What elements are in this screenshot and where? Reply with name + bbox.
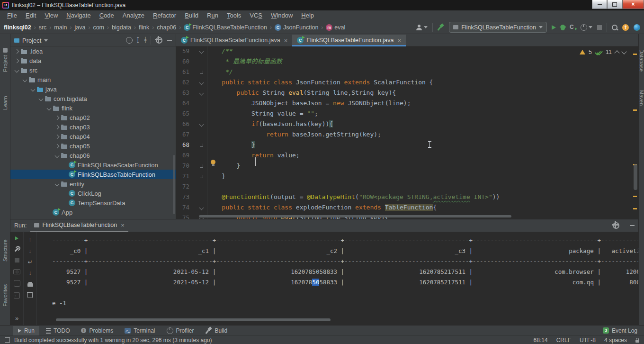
breadcrumb-item-FlinkSQLBaseTableFunction[interactable]: FlinkSQLBaseTableFunction (184, 24, 267, 31)
tree-chevron-icon[interactable] (55, 134, 60, 139)
user-menu[interactable] (416, 25, 428, 30)
tree-chevron-icon[interactable] (55, 181, 60, 186)
close-icon[interactable]: × (397, 37, 401, 44)
tool-window-button-favorites[interactable]: Favorites (0, 269, 10, 307)
tree-item-FlinkSQLBaseScalarFunction[interactable]: FlinkSQLBaseScalarFunction (10, 160, 176, 170)
chevron-down-icon[interactable] (44, 39, 48, 42)
editor-tab-FlinkSQLBaseTableFunction.java[interactable]: FlinkSQLBaseTableFunction.java× (292, 35, 406, 46)
fold-marker-icon[interactable] (199, 81, 204, 85)
tool-window-button-problems[interactable]: Problems (76, 326, 118, 335)
tree-chevron-icon[interactable] (15, 58, 19, 63)
tool-window-button-todo[interactable]: TODO (41, 326, 74, 335)
tool-window-button-terminal[interactable]: Terminal (120, 326, 160, 335)
tree-item-App[interactable]: App (10, 208, 176, 217)
clear-console-icon[interactable] (27, 293, 33, 298)
thread-dump-icon[interactable] (13, 269, 20, 274)
tree-chevron-icon[interactable] (31, 87, 36, 91)
hide-panel-button[interactable] (167, 40, 172, 41)
down-stack-icon[interactable]: ↓ (28, 248, 32, 254)
tool-window-button-database[interactable]: Database (639, 43, 644, 78)
menu-item-code[interactable]: Code (95, 10, 118, 21)
tool-window-button-learn[interactable]: Learn (0, 81, 10, 110)
expand-all-button[interactable] (135, 37, 140, 43)
tree-chevron-icon[interactable] (55, 125, 60, 129)
tool-window-button-project[interactable]: Project (0, 39, 10, 72)
tool-window-button-structure[interactable]: Structure (0, 224, 10, 262)
breadcrumb-item-flink[interactable]: flink (139, 24, 149, 31)
menu-item-file[interactable]: File (3, 10, 21, 21)
tree-chevron-icon[interactable] (39, 96, 44, 101)
run-config-select[interactable]: FlinkSQLBaseTableFunction (449, 22, 547, 33)
tree-item-data[interactable]: data (10, 56, 176, 65)
rerun-button[interactable] (15, 236, 18, 240)
tree-chevron-icon[interactable] (55, 144, 60, 148)
tree-chevron-icon[interactable] (55, 153, 60, 158)
run-console[interactable]: ---------+------------------------------… (37, 232, 638, 325)
tree-item-com.bigdata[interactable]: com.bigdata (10, 94, 176, 103)
stop-button[interactable] (597, 25, 602, 30)
tree-item-chap06[interactable]: chap06 (10, 151, 176, 160)
update-available-icon[interactable] (622, 24, 629, 31)
tree-item-chap04[interactable]: chap04 (10, 132, 176, 141)
status-encoding[interactable]: UTF-8 (580, 337, 596, 344)
tree-item-chap02[interactable]: chap02 (10, 113, 176, 122)
editor-hscrollbar[interactable] (199, 215, 511, 217)
tree-chevron-icon[interactable] (15, 68, 19, 72)
tree-item-main[interactable]: main (10, 75, 176, 84)
status-caret-position[interactable]: 68:14 (534, 337, 548, 344)
stop-process-button[interactable] (15, 258, 19, 263)
tree-item-flink[interactable]: flink (10, 103, 176, 113)
breadcrumb-item-flinksql02[interactable]: flinksql02 (4, 24, 31, 31)
tree-chevron-icon[interactable] (55, 115, 60, 120)
gc-icon[interactable] (14, 280, 20, 287)
fold-marker-icon[interactable] (199, 122, 204, 127)
tree-chevron-icon[interactable] (15, 49, 19, 54)
fold-marker-icon[interactable] (199, 91, 204, 96)
menu-item-build[interactable]: Build (180, 10, 203, 21)
print-icon[interactable] (27, 283, 33, 287)
menu-item-analyze[interactable]: Analyze (118, 10, 149, 21)
run-button[interactable] (552, 25, 556, 30)
profiler-button[interactable] (581, 24, 592, 31)
project-scrollbar[interactable] (173, 155, 175, 214)
search-everywhere-button[interactable] (612, 25, 617, 30)
exit-icon[interactable] (14, 292, 20, 299)
intention-bulb-icon[interactable] (211, 160, 215, 164)
editor-vscrollbar[interactable] (634, 164, 637, 190)
soft-wrap-icon[interactable]: ↵ (27, 259, 32, 265)
ide-feature-icon[interactable] (634, 24, 640, 31)
coverage-button[interactable] (570, 24, 576, 30)
tool-window-button-maven[interactable]: Maven (639, 84, 644, 112)
lock-icon[interactable] (635, 340, 639, 343)
hide-run-panel-button[interactable] (630, 225, 635, 226)
breadcrumb-item-main[interactable]: main (54, 24, 67, 31)
tree-item-ClickLog[interactable]: ClickLog (10, 189, 176, 198)
close-icon[interactable]: × (121, 222, 125, 229)
up-stack-icon[interactable]: ↑ (28, 236, 32, 243)
breadcrumb-item-bigdata[interactable]: bigdata (112, 24, 131, 31)
tree-chevron-icon[interactable] (23, 77, 27, 82)
debug-button[interactable] (561, 25, 565, 30)
prev-problem-icon[interactable] (614, 50, 619, 55)
minimize-button[interactable] (592, 0, 607, 9)
breadcrumb-item-JsonFunction[interactable]: JsonFunction (275, 24, 318, 31)
run-settings-gear-icon[interactable] (613, 222, 619, 229)
fold-marker-icon[interactable] (200, 71, 203, 74)
fold-marker-icon[interactable] (200, 175, 203, 178)
toolwindow-toggle-icon[interactable] (5, 337, 10, 343)
fold-marker-icon[interactable] (199, 49, 204, 54)
tree-item-.idea[interactable]: .idea (10, 46, 176, 56)
event-log-button[interactable]: 3 Event Log (603, 327, 637, 334)
close-icon[interactable]: × (284, 37, 288, 44)
fold-marker-icon[interactable] (200, 144, 203, 147)
menu-item-navigate[interactable]: Navigate (62, 10, 95, 21)
run-settings-icon[interactable] (14, 246, 20, 252)
menu-item-refactor[interactable]: Refactor (149, 10, 180, 21)
tree-item-TempSensorData[interactable]: TempSensorData (10, 198, 176, 208)
tool-window-button-profiler[interactable]: Profiler (162, 326, 199, 335)
menu-item-view[interactable]: View (40, 10, 62, 21)
close-button[interactable]: × (622, 0, 644, 9)
menu-item-window[interactable]: Window (267, 10, 297, 21)
tool-window-button-build[interactable]: Build (201, 326, 233, 335)
menu-item-edit[interactable]: Edit (21, 10, 40, 21)
